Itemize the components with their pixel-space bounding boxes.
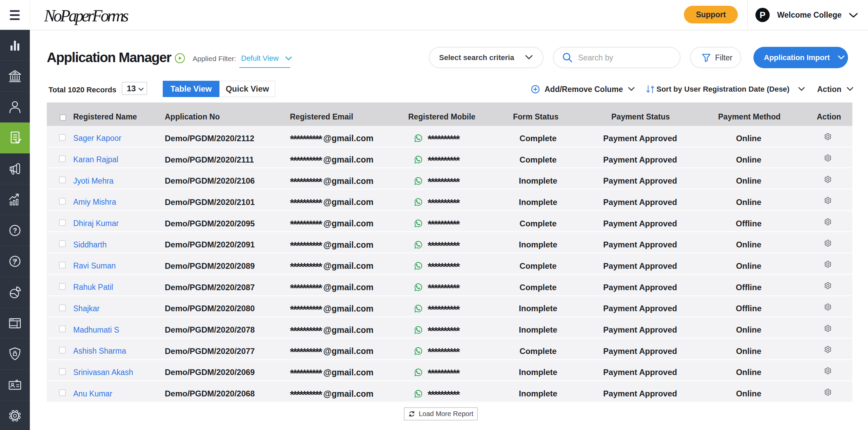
- svg-text:NoPaperForms: NoPaperForms: [44, 6, 129, 25]
- svg-text:?: ?: [13, 227, 17, 234]
